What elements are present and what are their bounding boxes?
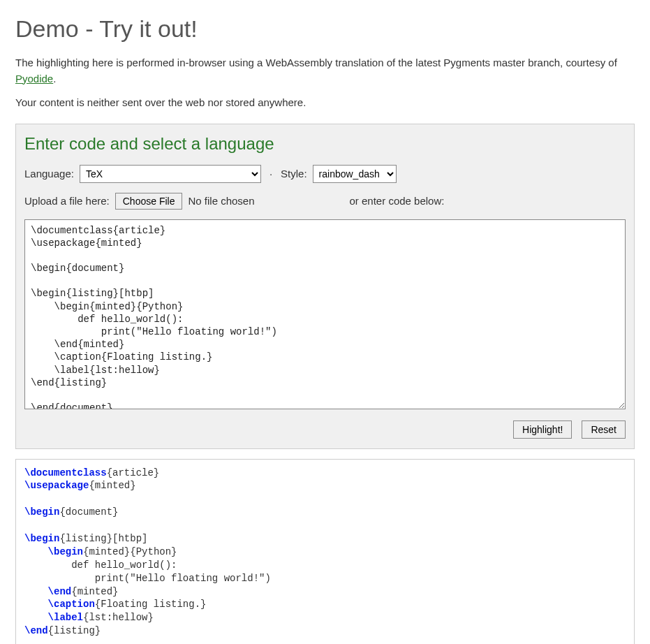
pyodide-link[interactable]: Pyodide	[15, 73, 53, 85]
intro-after: .	[53, 73, 56, 85]
token-p: }	[107, 533, 112, 544]
token-nb: Python	[136, 546, 171, 557]
token-p: {	[89, 480, 94, 491]
token-nb: minted	[95, 480, 130, 491]
token-k: \end	[48, 586, 72, 597]
token-p: }	[154, 467, 159, 478]
reset-button[interactable]: Reset	[582, 420, 626, 439]
language-label: Language:	[24, 168, 74, 180]
token-k: \usepackage	[24, 480, 89, 491]
privacy-paragraph: Your content is neither sent over the we…	[15, 95, 635, 111]
token-k: \begin	[48, 546, 83, 557]
token-p: }{	[124, 546, 136, 557]
intro-text: The highlighting here is performed in-br…	[15, 57, 617, 68]
separator-dot: ·	[267, 168, 275, 180]
token-nb: minted	[89, 546, 124, 557]
token-p: }	[147, 612, 153, 623]
token-k: \begin	[24, 506, 59, 518]
token-p: {	[48, 625, 54, 636]
token-p: {	[71, 586, 77, 597]
token-k: \begin	[24, 533, 59, 544]
token-nb: print("Hello floating world!")	[24, 573, 271, 584]
token-nb	[24, 612, 48, 623]
token-p: }	[112, 506, 118, 518]
page-title: Demo - Try it out!	[15, 15, 635, 43]
token-nb: listing	[54, 625, 95, 636]
style-select[interactable]: rainbow_dash	[313, 165, 397, 183]
button-row: Highlight! Reset	[24, 420, 626, 439]
code-textarea[interactable]	[24, 219, 626, 409]
demo-panel: Enter code and select a language Languag…	[15, 124, 635, 449]
token-p: }	[200, 599, 206, 610]
highlight-button[interactable]: Highlight!	[513, 420, 572, 439]
token-p: {	[107, 467, 112, 478]
token-p: }	[95, 625, 101, 636]
token-k: \documentclass	[24, 467, 107, 478]
token-p: {	[95, 599, 101, 610]
token-k: \caption	[48, 599, 95, 610]
row-upload: Upload a file here: Choose File No file …	[24, 193, 626, 210]
language-select[interactable]: TeX	[80, 165, 261, 183]
token-p: }	[112, 586, 118, 597]
token-nb: document	[66, 506, 112, 518]
token-nb: Floating listing.	[101, 599, 200, 610]
token-nb: listing	[66, 533, 107, 544]
token-p: }	[171, 546, 177, 557]
token-p: }	[130, 480, 135, 491]
token-nb: def hello_world():	[24, 559, 177, 571]
token-nb: minted	[77, 586, 112, 597]
token-p: {	[59, 533, 65, 544]
row-language-style: Language: TeX · Style: rainbow_dash	[24, 165, 626, 183]
token-nb: lst:hellow	[89, 612, 147, 623]
choose-file-button[interactable]: Choose File	[115, 193, 183, 210]
token-nb	[24, 546, 48, 557]
token-p: {	[59, 506, 65, 518]
token-k: \end	[24, 625, 48, 636]
style-label: Style:	[281, 168, 307, 180]
highlighted-output: \documentclass{article} \usepackage{mint…	[15, 459, 635, 645]
token-k: \label	[48, 612, 83, 623]
or-text: or enter code below:	[350, 195, 445, 207]
token-nb	[24, 599, 48, 610]
panel-heading: Enter code and select a language	[24, 134, 626, 154]
token-nb: article	[112, 467, 154, 478]
upload-label: Upload a file here:	[24, 195, 110, 207]
token-nb: [htbp]	[112, 533, 147, 544]
file-status: No file chosen	[188, 195, 254, 207]
token-nb	[24, 586, 48, 597]
intro-paragraph: The highlighting here is performed in-br…	[15, 55, 635, 87]
